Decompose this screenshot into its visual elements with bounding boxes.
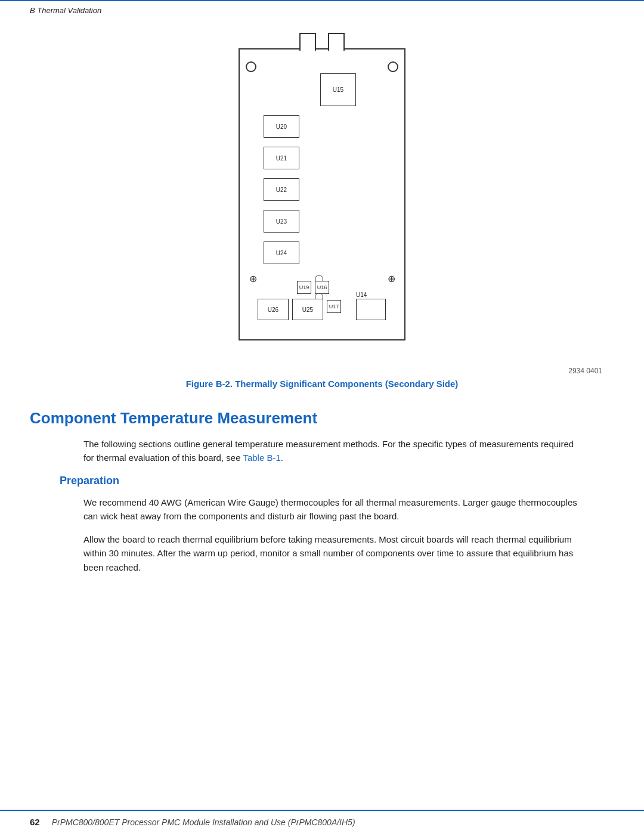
footer: 62 PrPMC800/800ET Processor PMC Module I… [0, 810, 644, 833]
component-u19: U19 [297, 281, 311, 294]
intro-text: The following sections outline general t… [83, 439, 574, 463]
component-u16: U16 [315, 281, 329, 294]
intro-end: . [281, 453, 283, 463]
u14-label: U14 [356, 292, 367, 298]
component-u17: U17 [327, 300, 341, 313]
component-u25: U25 [292, 299, 323, 320]
connector-top-left [299, 33, 316, 51]
preparation-para-1: We recommend 40 AWG (American Wire Gauge… [83, 496, 584, 524]
subsection-preparation: Preparation [60, 475, 614, 487]
component-u24: U24 [264, 241, 299, 264]
component-u22: U22 [264, 178, 299, 201]
board-diagram: U15 U20 U21 U22 U23 U24 ⊕ ⊕ U19 [227, 30, 417, 364]
figure-number: 2934 0401 [568, 367, 602, 375]
connector-top-right [328, 33, 345, 51]
main-content: U15 U20 U21 U22 U23 U24 ⊕ ⊕ U19 [0, 30, 644, 614]
preparation-para-2: Allow the board to reach thermal equilib… [83, 532, 584, 574]
header: B Thermal Validation [0, 0, 644, 18]
component-u21: U21 [264, 147, 299, 169]
figure-caption: Figure B-2. Thermally Significant Compon… [186, 379, 459, 389]
table-b1-link[interactable]: Table B-1 [243, 453, 280, 463]
component-u15: U15 [320, 73, 356, 106]
page-number: 62 [30, 817, 40, 827]
breadcrumb: B Thermal Validation [30, 6, 101, 15]
component-u26: U26 [258, 299, 289, 320]
cross-target-right: ⊕ [385, 272, 397, 284]
board-outline: U15 U20 U21 U22 U23 U24 ⊕ ⊕ U19 [239, 48, 405, 340]
component-u20: U20 [264, 115, 299, 138]
mount-hole-tr [388, 61, 398, 72]
mount-hole-tl [246, 61, 256, 72]
cross-target-left: ⊕ [247, 272, 259, 284]
footer-doc-title: PrPMC800/800ET Processor PMC Module Inst… [52, 817, 355, 827]
figure-container: U15 U20 U21 U22 U23 U24 ⊕ ⊕ U19 [30, 30, 614, 403]
component-u23: U23 [264, 210, 299, 233]
section-title: Component Temperature Measurement [30, 409, 614, 428]
section-intro: The following sections outline general t… [83, 437, 584, 465]
component-u14 [356, 299, 386, 320]
